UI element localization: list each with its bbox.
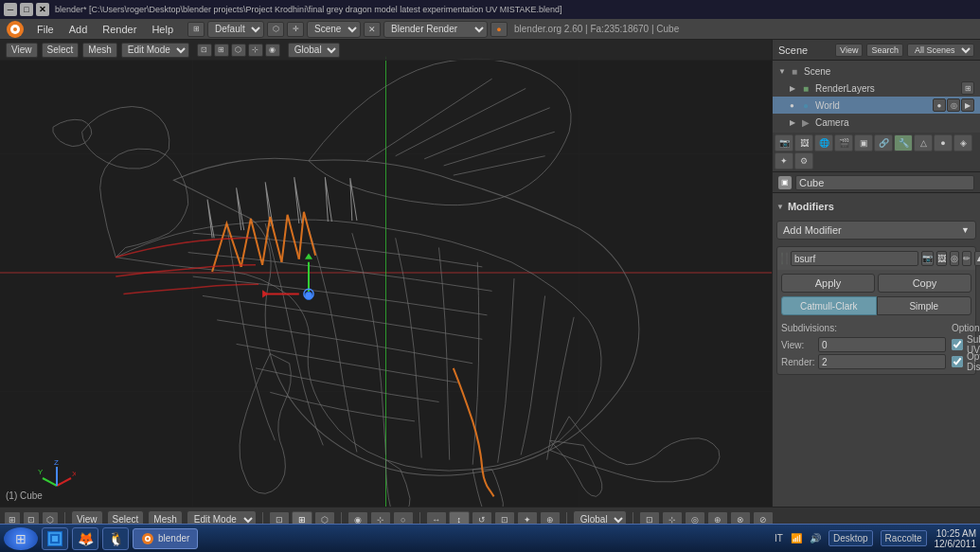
modifier-up-icon[interactable]: ▲ (974, 251, 980, 266)
taskbar-desktop-label[interactable]: Desktop (829, 530, 873, 546)
start-button[interactable]: ⊞ (4, 527, 38, 550)
prop-icon-object[interactable]: ▣ (854, 134, 873, 151)
taskbar-clock: 10:25 AM 12/6/2011 (935, 528, 977, 549)
prop-icon-world[interactable]: 🌐 (814, 134, 833, 151)
scene-add-btn[interactable]: ✕ (364, 22, 381, 37)
menu-help[interactable]: Help (145, 22, 180, 37)
render-row: Render: (781, 353, 946, 370)
tree-item-camera[interactable]: ▶ ▶ Camera (773, 114, 980, 131)
title-bar: ─ □ ✕ blender* [C:\Users\roger\Desktop\b… (0, 0, 980, 19)
edit-mode-select[interactable]: Edit Mode (121, 43, 189, 58)
minimize-button[interactable]: ─ (4, 3, 17, 16)
viewport-icon-1[interactable]: ⊡ (197, 44, 212, 57)
window-title: blender* [C:\Users\roger\Desktop\blender… (55, 5, 562, 14)
prop-icon-texture[interactable]: ◈ (953, 134, 972, 151)
viewport[interactable]: View Select Mesh Edit Mode ⊡ ⊞ ⬡ ⊹ ◉ Glo… (0, 40, 772, 507)
prop-icon-data[interactable]: △ (914, 134, 933, 151)
modifier-props: Subdivisions: View: Render: Options: (777, 319, 975, 374)
taskbar-icon-1[interactable] (42, 527, 68, 550)
optimal-display-checkbox[interactable] (952, 356, 963, 367)
add-modifier-btn[interactable]: Add Modifier ▼ (776, 221, 976, 240)
prop-icon-material[interactable]: ● (934, 134, 953, 151)
viewport-mesh-btn[interactable]: Mesh (82, 43, 116, 58)
render-engine-select[interactable]: Blender Render (383, 21, 488, 38)
modifier-toggle[interactable] (781, 252, 783, 265)
search-btn[interactable]: Search (866, 44, 903, 57)
menu-file[interactable]: File (30, 22, 61, 37)
svg-point-2 (13, 27, 17, 31)
menu-add[interactable]: Add (62, 22, 95, 37)
tree-item-renderlayers[interactable]: ▶ ■ RenderLayers ⊞ (773, 80, 980, 97)
modifier-apply-btn[interactable]: Apply (781, 274, 875, 293)
scene-select[interactable]: Scene (307, 21, 361, 38)
subdivide-uvs-checkbox[interactable] (952, 339, 963, 350)
modifier-tabs: Catmull-Clark Simple (777, 296, 975, 319)
prop-icon-render[interactable]: 🖼 (794, 134, 813, 151)
dragon-viewport[interactable] (0, 40, 772, 507)
svg-text:Z: Z (54, 458, 59, 467)
view-label: View: (781, 340, 815, 350)
optimal-display-label: Optimal Display (967, 351, 980, 372)
world-eye-icon[interactable]: ◎ (947, 98, 960, 112)
prop-icon-constraint[interactable]: 🔗 (874, 134, 893, 151)
taskbar-raccolte-label[interactable]: Raccolte (881, 530, 927, 546)
modifiers-title: Modifiers (788, 201, 834, 212)
add-modifier-label: Add Modifier (783, 224, 842, 236)
toolbar-arrows[interactable]: ⬡ (267, 22, 284, 37)
menu-render[interactable]: Render (96, 22, 143, 37)
prop-icon-scene[interactable]: 🎬 (834, 134, 853, 151)
renderlayers-action-icon[interactable]: ⊞ (961, 81, 974, 95)
taskbar-icon-3[interactable]: 🐧 (102, 527, 129, 550)
viewport-select-btn[interactable]: Select (42, 43, 80, 58)
tree-arrow-scene: ▼ (778, 67, 788, 76)
prop-icon-modifier[interactable]: 🔧 (894, 134, 913, 151)
modifier-copy-btn[interactable]: Copy (878, 274, 971, 293)
layout-icons: ⊞ (187, 22, 205, 37)
tab-catmull-clark[interactable]: Catmull-Clark (781, 296, 877, 315)
world-lock-icon[interactable]: ▶ (961, 98, 974, 112)
close-button[interactable]: ✕ (36, 3, 49, 16)
viewport-view-btn[interactable]: View (6, 43, 38, 58)
tree-arrow-world: ● (790, 101, 799, 110)
world-vis-icon[interactable]: ● (933, 98, 946, 112)
taskbar-icon-2[interactable]: 🦊 (72, 527, 98, 550)
modifiers-header: ▼ Modifiers (776, 197, 976, 216)
render-input[interactable] (818, 354, 946, 369)
modifier-render-icon[interactable]: 🖼 (936, 251, 947, 266)
tab-simple[interactable]: Simple (877, 296, 972, 315)
layout-select[interactable]: Default (207, 21, 264, 38)
view-row: View: (781, 336, 946, 353)
all-scenes-select[interactable]: All Scenes (907, 44, 974, 57)
view-btn[interactable]: View (835, 44, 863, 57)
taskbar-lang: IT (775, 533, 783, 543)
subdivisions-label: Subdivisions: (781, 323, 946, 333)
options-col: Options: Subdivide UVs Optimal Display (952, 323, 980, 370)
taskbar-time: 10:25 AM (935, 528, 977, 539)
taskbar-blender-btn[interactable]: blender (133, 528, 198, 549)
modifier-eye-icon[interactable]: ◎ (950, 251, 959, 266)
modifier-name-input[interactable] (791, 251, 918, 266)
window-controls[interactable]: ─ □ ✕ (4, 3, 49, 16)
modifier-camera-icon[interactable]: 📷 (921, 251, 934, 266)
svg-point-29 (147, 537, 150, 540)
prop-icon-camera[interactable]: 📷 (775, 134, 793, 151)
object-name-field[interactable] (795, 175, 974, 190)
tree-item-scene[interactable]: ▼ ■ Scene (773, 62, 980, 80)
renderlayers-icon: ■ (799, 81, 812, 95)
modifier-edit-icon[interactable]: ✏ (962, 251, 971, 266)
maximize-button[interactable]: □ (20, 3, 33, 16)
prop-icon-physics[interactable]: ⚙ (794, 152, 813, 169)
tree-item-world[interactable]: ● ● World ● ◎ ▶ (773, 97, 980, 114)
viewport-icon-3[interactable]: ⬡ (231, 44, 246, 57)
viewport-icon-4[interactable]: ⊹ (248, 44, 263, 57)
global-select[interactable]: Global (288, 43, 340, 58)
viewport-icon-5[interactable]: ◉ (265, 44, 280, 57)
render-icon: ● (490, 22, 508, 37)
modifier-render-toggle[interactable] (786, 252, 788, 265)
prop-icon-particles[interactable]: ✦ (775, 152, 793, 169)
camera-icon: ▶ (799, 116, 812, 129)
viewport-icon-2[interactable]: ⊞ (214, 44, 229, 57)
toolbar-cursor[interactable]: ✛ (287, 22, 304, 37)
view-input[interactable] (818, 337, 946, 352)
right-panel: Scene View Search All Scenes ▼ ■ Scene ▶… (772, 40, 980, 507)
